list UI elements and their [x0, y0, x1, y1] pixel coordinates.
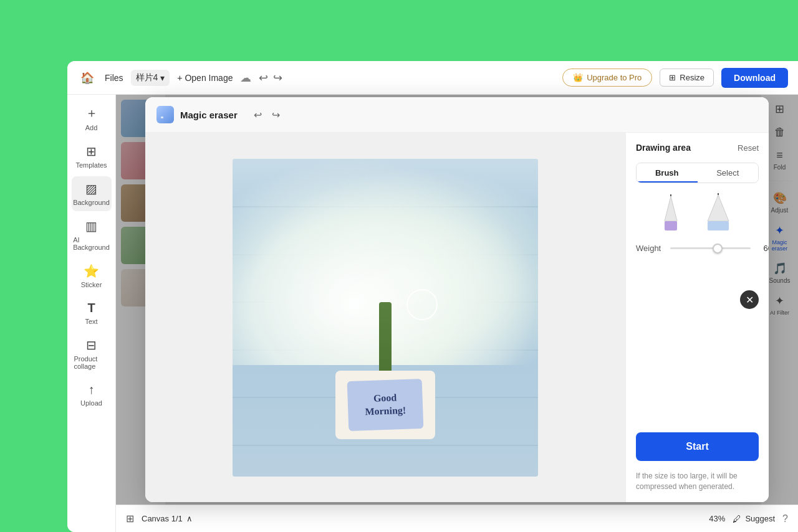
brush-preview-large[interactable]	[696, 193, 740, 234]
upload-icon: ↑	[89, 382, 95, 397]
modal-title: Magic eraser	[180, 110, 238, 120]
undo-redo-group: ↩ ↪	[259, 71, 282, 85]
drawing-area-title: Drawing area	[636, 143, 691, 153]
redo-button[interactable]: ↪	[273, 71, 282, 85]
crown-icon: 👑	[573, 73, 583, 82]
bottom-bar: ⊞ Canvas 1/1 ∧ 43% 🖊 Suggest ?	[116, 505, 798, 532]
resize-button[interactable]: ⊞ Resize	[660, 69, 714, 87]
text-icon: T	[87, 301, 95, 315]
download-button[interactable]: Download	[721, 68, 788, 88]
chevron-down-icon: ▾	[160, 73, 165, 83]
wood-board-6	[233, 445, 538, 446]
sidebar-item-product-collage[interactable]: ⊟ Product collage	[72, 333, 112, 375]
sidebar-item-templates[interactable]: ⊞ Templates	[72, 139, 112, 174]
select-toggle-button[interactable]: Select	[698, 163, 759, 183]
weight-label: Weight	[636, 244, 664, 253]
templates-icon: ⊞	[86, 144, 97, 159]
svg-rect-5	[708, 221, 729, 230]
brush-select-toggle: Brush Select	[636, 163, 759, 183]
svg-marker-1	[665, 196, 677, 221]
expand-icon[interactable]: ∧	[186, 514, 193, 523]
sidebar-item-add[interactable]: ＋ Add	[72, 100, 112, 136]
magic-eraser-modal: Magic eraser ↩ ↪ ✕	[145, 97, 769, 502]
topbar: 🏠 Files 样片4 ▾ + Open Image ☁ ↩ ↪ 👑 Upgra…	[67, 61, 798, 95]
canvas-label: Canvas 1/1 ∧	[142, 514, 193, 523]
sidebar-item-ai-background[interactable]: ▥ AI Background	[72, 214, 112, 256]
modal-overlay: Magic eraser ↩ ↪ ✕	[116, 95, 798, 505]
weight-slider[interactable]	[670, 247, 751, 249]
svg-marker-4	[708, 195, 729, 221]
drawing-area-header: Drawing area Reset	[636, 143, 759, 153]
flower-background: GoodMorning!	[233, 159, 538, 477]
weight-value: 60	[757, 244, 769, 253]
project-selector[interactable]: 样片4 ▾	[131, 70, 170, 86]
sidebar-item-text[interactable]: T Text	[72, 296, 112, 330]
app-window: 🏠 Files 样片4 ▾ + Open Image ☁ ↩ ↪ 👑 Upgra…	[67, 61, 798, 532]
undo-button[interactable]: ↩	[259, 71, 268, 85]
suggest-icon: 🖊	[733, 514, 741, 524]
modal-image: GoodMorning!	[233, 159, 538, 477]
svg-rect-0	[161, 116, 163, 118]
tag-note: GoodMorning!	[347, 378, 424, 430]
modal-image-area: GoodMorning!	[145, 133, 625, 502]
upgrade-to-pro-button[interactable]: 👑 Upgrade to Pro	[562, 69, 652, 87]
svg-rect-2	[665, 221, 677, 230]
brush-toggle-button[interactable]: Brush	[637, 163, 698, 183]
product-collage-icon: ⊟	[86, 338, 97, 353]
compress-note: If the size is too large, it will be com…	[636, 471, 759, 492]
open-image-button[interactable]: + Open Image	[177, 73, 233, 83]
modal-header: Magic eraser ↩ ↪ ✕	[145, 97, 769, 133]
zoom-level: 43%	[709, 514, 725, 523]
home-icon[interactable]: 🏠	[77, 68, 97, 88]
sticker-icon: ⭐	[84, 264, 99, 278]
sidebar-item-sticker[interactable]: ⭐ Sticker	[72, 259, 112, 293]
brush-preview-small[interactable]	[655, 193, 686, 234]
weight-row: Weight 60	[636, 244, 759, 253]
modal-right-panel: Drawing area Reset Brush Select	[625, 133, 769, 502]
sidebar-item-background[interactable]: ▨ Background	[72, 176, 112, 211]
resize-icon: ⊞	[669, 73, 676, 82]
modal-close-button[interactable]: ✕	[740, 290, 759, 309]
layers-icon: ⊞	[126, 513, 134, 525]
modal-body: GoodMorning! Drawing area Reset	[145, 133, 769, 502]
reset-button[interactable]: Reset	[738, 143, 759, 153]
modal-undo-redo: ↩ ↪	[251, 107, 282, 123]
left-sidebar: ＋ Add ⊞ Templates ▨ Background ▥ AI Back…	[67, 95, 116, 532]
help-icon[interactable]: ?	[782, 513, 788, 525]
ai-background-icon: ▥	[85, 219, 97, 234]
good-morning-tag: GoodMorning!	[335, 371, 435, 439]
modal-redo-button[interactable]: ↪	[269, 107, 282, 123]
files-link[interactable]: Files	[105, 73, 123, 83]
sidebar-item-upload[interactable]: ↑ Upload	[72, 378, 112, 412]
cloud-icon[interactable]: ☁	[240, 71, 251, 85]
magic-eraser-header-icon	[156, 106, 174, 123]
suggest-button[interactable]: 🖊 Suggest	[733, 514, 775, 524]
start-button[interactable]: Start	[636, 432, 759, 461]
tag-text: GoodMorning!	[364, 391, 406, 419]
modal-undo-button[interactable]: ↩	[251, 107, 264, 123]
background-icon: ▨	[85, 181, 97, 196]
brush-previews	[636, 193, 759, 234]
add-icon: ＋	[85, 105, 98, 121]
